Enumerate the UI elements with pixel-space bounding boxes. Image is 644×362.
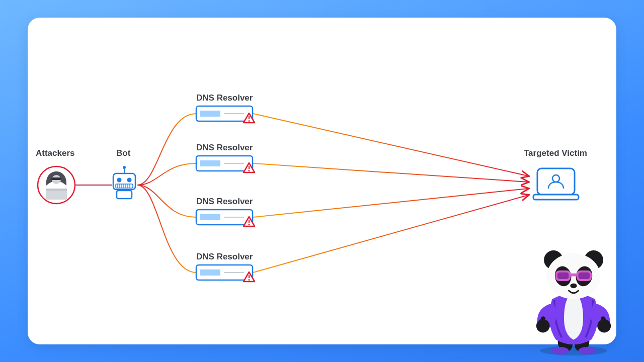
svg-rect-20 [200,111,220,117]
svg-rect-10 [116,184,133,188]
svg-rect-4 [46,189,67,191]
resolver-4-label: DNS Resolver [196,252,253,262]
attacker-node [38,166,75,204]
svg-rect-30 [200,214,220,220]
resolver-3-label: DNS Resolver [196,197,253,207]
resolver-4 [196,265,255,282]
svg-point-38 [249,279,250,281]
mascot-panda-icon [526,241,621,357]
svg-point-42 [540,346,607,355]
svg-point-6 [123,166,126,169]
svg-point-43 [551,347,569,354]
resolver-1-label: DNS Resolver [196,93,253,103]
edge-bot-r4 [137,185,196,273]
page-background: Attackers Bot DNS Resolver DNS Resolver … [0,0,644,362]
svg-rect-58 [579,273,590,279]
victim-node [533,168,579,200]
svg-point-9 [127,178,132,183]
svg-point-59 [570,284,577,289]
bot-node [113,166,135,199]
edge-bot-r1 [137,114,196,185]
resolver-2 [196,156,255,172]
svg-rect-35 [200,269,220,276]
svg-point-44 [579,347,596,354]
svg-rect-18 [117,191,132,199]
bot-label: Bot [116,148,130,158]
edge-r4-victim [253,195,528,273]
svg-rect-57 [557,273,569,279]
svg-point-23 [249,120,250,122]
svg-point-28 [249,170,250,171]
svg-point-33 [249,224,250,225]
attackers-label: Attackers [36,148,75,158]
svg-rect-56 [570,274,577,277]
svg-rect-2 [51,177,61,180]
resolver-1 [196,106,255,123]
edge-bot-r3 [137,185,196,217]
svg-rect-40 [533,195,579,200]
edge-r3-victim [253,189,528,217]
resolver-3 [196,210,255,226]
victim-label: Targeted Victim [524,148,587,158]
svg-point-8 [117,178,122,183]
resolver-2-label: DNS Resolver [196,143,253,153]
diagram-card: Attackers Bot DNS Resolver DNS Resolver … [28,18,616,344]
svg-rect-25 [200,160,220,166]
edge-bot-r2 [137,163,196,185]
